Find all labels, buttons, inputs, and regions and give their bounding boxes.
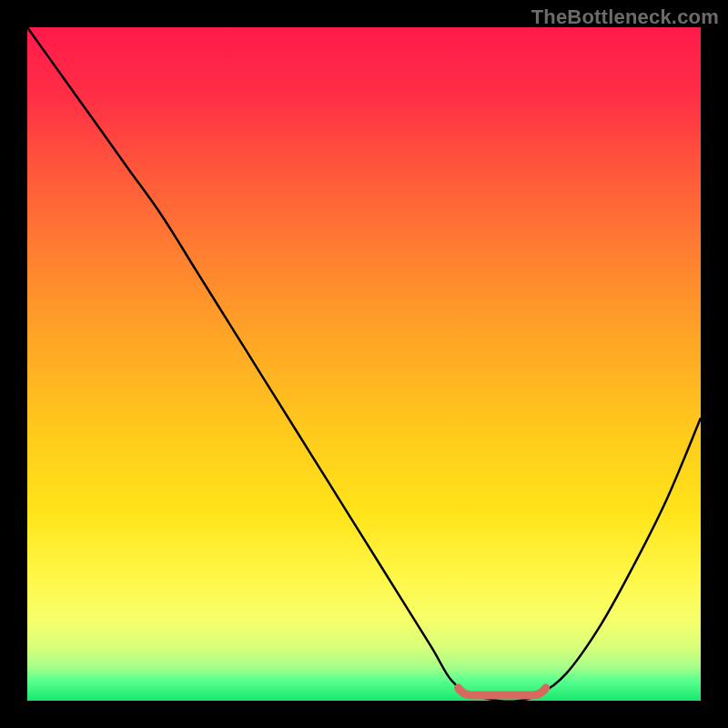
optimal-range-marker <box>459 688 546 695</box>
bottleneck-curve <box>27 27 701 701</box>
chart-frame: TheBottleneck.com <box>0 0 728 728</box>
line-chart-svg <box>27 27 701 701</box>
plot-area <box>27 27 701 701</box>
watermark-label: TheBottleneck.com <box>531 5 719 29</box>
curve-layer <box>27 27 701 701</box>
